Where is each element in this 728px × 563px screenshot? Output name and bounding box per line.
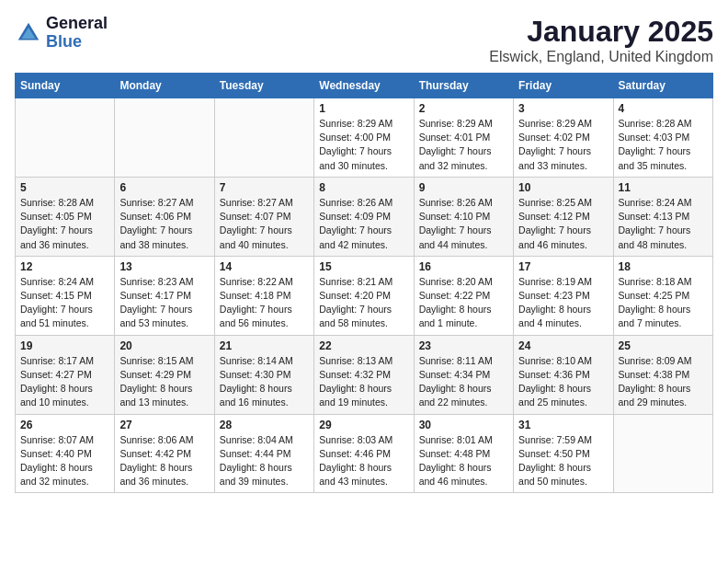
day-info: Sunrise: 8:15 AMSunset: 4:29 PMDaylight:…: [119, 354, 209, 410]
calendar-cell: 10Sunrise: 8:25 AMSunset: 4:12 PMDayligh…: [514, 177, 613, 256]
day-number: 20: [119, 339, 209, 352]
calendar-cell: 21Sunrise: 8:14 AMSunset: 4:30 PMDayligh…: [214, 335, 313, 414]
day-number: 16: [419, 260, 508, 273]
calendar-cell: 1Sunrise: 8:29 AMSunset: 4:00 PMDaylight…: [314, 98, 414, 178]
calendar-cell: 19Sunrise: 8:17 AMSunset: 4:27 PMDayligh…: [16, 335, 115, 414]
calendar-cell: 3Sunrise: 8:29 AMSunset: 4:02 PMDaylight…: [514, 98, 613, 178]
day-info: Sunrise: 8:24 AMSunset: 4:13 PMDaylight:…: [619, 196, 708, 252]
calendar-cell: [613, 414, 712, 493]
day-number: 9: [419, 181, 508, 194]
logo-text: General Blue: [46, 15, 108, 52]
day-info: Sunrise: 8:29 AMSunset: 4:00 PMDaylight:…: [319, 117, 408, 173]
calendar-cell: 16Sunrise: 8:20 AMSunset: 4:22 PMDayligh…: [414, 256, 513, 335]
weekday-header-friday: Friday: [514, 74, 613, 98]
weekday-header-wednesday: Wednesday: [314, 74, 414, 98]
calendar-cell: 5Sunrise: 8:28 AMSunset: 4:05 PMDaylight…: [16, 177, 115, 256]
day-number: 31: [518, 419, 608, 431]
day-number: 24: [518, 339, 608, 352]
day-number: 30: [419, 419, 508, 431]
day-info: Sunrise: 8:06 AMSunset: 4:42 PMDaylight:…: [119, 433, 209, 489]
day-info: Sunrise: 8:13 AMSunset: 4:32 PMDaylight:…: [319, 354, 408, 410]
day-number: 8: [319, 181, 408, 194]
calendar-week-5: 26Sunrise: 8:07 AMSunset: 4:40 PMDayligh…: [16, 414, 713, 493]
calendar-cell: 15Sunrise: 8:21 AMSunset: 4:20 PMDayligh…: [314, 256, 414, 335]
day-info: Sunrise: 8:25 AMSunset: 4:12 PMDaylight:…: [518, 196, 608, 252]
calendar-cell: 4Sunrise: 8:28 AMSunset: 4:03 PMDaylight…: [613, 98, 712, 178]
calendar-cell: 20Sunrise: 8:15 AMSunset: 4:29 PMDayligh…: [115, 335, 214, 414]
calendar-cell: 30Sunrise: 8:01 AMSunset: 4:48 PMDayligh…: [414, 414, 513, 493]
day-number: 22: [319, 339, 408, 352]
calendar-cell: 2Sunrise: 8:29 AMSunset: 4:01 PMDaylight…: [414, 98, 513, 178]
day-info: Sunrise: 8:18 AMSunset: 4:25 PMDaylight:…: [619, 275, 708, 331]
calendar-cell: 11Sunrise: 8:24 AMSunset: 4:13 PMDayligh…: [613, 177, 712, 256]
day-info: Sunrise: 8:27 AMSunset: 4:07 PMDaylight:…: [220, 196, 309, 252]
day-number: 12: [20, 260, 109, 273]
calendar-cell: 24Sunrise: 8:10 AMSunset: 4:36 PMDayligh…: [514, 335, 613, 414]
day-number: 19: [20, 339, 109, 352]
day-number: 21: [220, 339, 309, 352]
page-header: General Blue January 2025 Elswick, Engla…: [15, 15, 713, 65]
calendar-cell: 18Sunrise: 8:18 AMSunset: 4:25 PMDayligh…: [613, 256, 712, 335]
day-info: Sunrise: 8:07 AMSunset: 4:40 PMDaylight:…: [20, 433, 109, 489]
calendar-cell: 14Sunrise: 8:22 AMSunset: 4:18 PMDayligh…: [214, 256, 313, 335]
day-number: 29: [319, 419, 408, 431]
calendar-cell: 12Sunrise: 8:24 AMSunset: 4:15 PMDayligh…: [16, 256, 115, 335]
calendar-cell: 22Sunrise: 8:13 AMSunset: 4:32 PMDayligh…: [314, 335, 414, 414]
day-info: Sunrise: 8:19 AMSunset: 4:23 PMDaylight:…: [518, 275, 608, 331]
day-info: Sunrise: 8:21 AMSunset: 4:20 PMDaylight:…: [319, 275, 408, 331]
calendar-cell: [115, 98, 214, 178]
weekday-header-saturday: Saturday: [613, 74, 712, 98]
day-info: Sunrise: 8:11 AMSunset: 4:34 PMDaylight:…: [419, 354, 508, 410]
title-block: January 2025 Elswick, England, United Ki…: [489, 15, 713, 65]
day-info: Sunrise: 8:03 AMSunset: 4:46 PMDaylight:…: [319, 433, 408, 489]
day-info: Sunrise: 8:27 AMSunset: 4:06 PMDaylight:…: [119, 196, 209, 252]
day-number: 1: [319, 102, 408, 115]
calendar-cell: 25Sunrise: 8:09 AMSunset: 4:38 PMDayligh…: [613, 335, 712, 414]
calendar-cell: 27Sunrise: 8:06 AMSunset: 4:42 PMDayligh…: [115, 414, 214, 493]
weekday-header-sunday: Sunday: [16, 74, 115, 98]
day-number: 10: [518, 181, 608, 194]
day-info: Sunrise: 8:14 AMSunset: 4:30 PMDaylight:…: [220, 354, 309, 410]
day-number: 26: [20, 419, 109, 431]
calendar-cell: 7Sunrise: 8:27 AMSunset: 4:07 PMDaylight…: [214, 177, 313, 256]
calendar-cell: [214, 98, 313, 178]
calendar-week-4: 19Sunrise: 8:17 AMSunset: 4:27 PMDayligh…: [16, 335, 713, 414]
day-info: Sunrise: 8:22 AMSunset: 4:18 PMDaylight:…: [220, 275, 309, 331]
weekday-header-monday: Monday: [115, 74, 214, 98]
logo: General Blue: [15, 15, 108, 52]
day-number: 14: [220, 260, 309, 273]
day-info: Sunrise: 8:04 AMSunset: 4:44 PMDaylight:…: [220, 433, 309, 489]
calendar-cell: 9Sunrise: 8:26 AMSunset: 4:10 PMDaylight…: [414, 177, 513, 256]
day-number: 4: [619, 102, 708, 115]
day-info: Sunrise: 8:26 AMSunset: 4:10 PMDaylight:…: [419, 196, 508, 252]
location: Elswick, England, United Kingdom: [489, 49, 713, 65]
calendar-cell: 31Sunrise: 7:59 AMSunset: 4:50 PMDayligh…: [514, 414, 613, 493]
day-info: Sunrise: 8:28 AMSunset: 4:05 PMDaylight:…: [20, 196, 109, 252]
day-number: 23: [419, 339, 508, 352]
day-info: Sunrise: 8:29 AMSunset: 4:02 PMDaylight:…: [518, 117, 608, 173]
calendar-week-2: 5Sunrise: 8:28 AMSunset: 4:05 PMDaylight…: [16, 177, 713, 256]
day-number: 27: [119, 419, 209, 431]
month-title: January 2025: [489, 15, 713, 49]
day-info: Sunrise: 8:20 AMSunset: 4:22 PMDaylight:…: [419, 275, 508, 331]
calendar-cell: 13Sunrise: 8:23 AMSunset: 4:17 PMDayligh…: [115, 256, 214, 335]
day-info: Sunrise: 8:01 AMSunset: 4:48 PMDaylight:…: [419, 433, 508, 489]
day-number: 13: [119, 260, 209, 273]
logo-icon: [15, 19, 42, 47]
calendar-week-3: 12Sunrise: 8:24 AMSunset: 4:15 PMDayligh…: [16, 256, 713, 335]
day-info: Sunrise: 8:26 AMSunset: 4:09 PMDaylight:…: [319, 196, 408, 252]
calendar-cell: 26Sunrise: 8:07 AMSunset: 4:40 PMDayligh…: [16, 414, 115, 493]
day-number: 15: [319, 260, 408, 273]
calendar-cell: 23Sunrise: 8:11 AMSunset: 4:34 PMDayligh…: [414, 335, 513, 414]
day-info: Sunrise: 8:09 AMSunset: 4:38 PMDaylight:…: [619, 354, 708, 410]
day-number: 5: [20, 181, 109, 194]
calendar-cell: [16, 98, 115, 178]
day-info: Sunrise: 8:29 AMSunset: 4:01 PMDaylight:…: [419, 117, 508, 173]
day-info: Sunrise: 8:23 AMSunset: 4:17 PMDaylight:…: [119, 275, 209, 331]
day-number: 11: [619, 181, 708, 194]
day-number: 25: [619, 339, 708, 352]
day-info: Sunrise: 7:59 AMSunset: 4:50 PMDaylight:…: [518, 433, 608, 489]
day-info: Sunrise: 8:10 AMSunset: 4:36 PMDaylight:…: [518, 354, 608, 410]
day-number: 18: [619, 260, 708, 273]
weekday-header-tuesday: Tuesday: [214, 74, 313, 98]
